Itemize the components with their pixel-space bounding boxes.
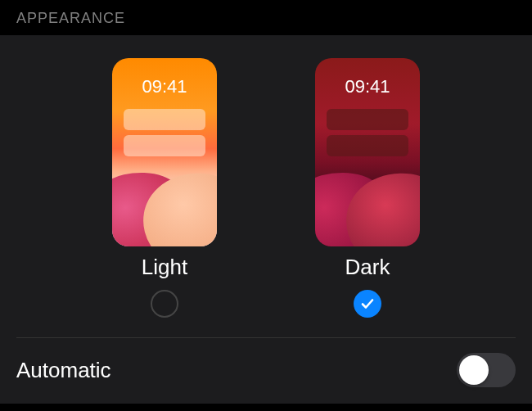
preview-notification: [327, 109, 408, 130]
automatic-label: Automatic: [16, 358, 111, 383]
section-title: APPEARANCE: [16, 10, 125, 26]
radio-light[interactable]: [151, 290, 178, 318]
preview-time: 09:41: [112, 76, 217, 97]
radio-dark[interactable]: [354, 290, 381, 318]
appearance-options: 09:41 Light 09:41 Dark: [0, 35, 532, 337]
preview-time: 09:41: [315, 76, 420, 97]
light-preview: 09:41: [112, 58, 217, 246]
preview-notification: [124, 109, 205, 130]
section-header: APPEARANCE: [0, 0, 532, 35]
automatic-toggle[interactable]: [457, 353, 516, 387]
appearance-panel: 09:41 Light 09:41 Dark: [0, 35, 532, 404]
checkmark-icon: [360, 296, 375, 311]
dark-preview: 09:41: [315, 58, 420, 246]
preview-notification: [327, 135, 408, 156]
appearance-option-light[interactable]: 09:41 Light: [112, 58, 217, 318]
toggle-knob: [459, 355, 489, 385]
appearance-option-dark[interactable]: 09:41 Dark: [315, 58, 420, 318]
automatic-row: Automatic: [0, 338, 532, 404]
option-label: Dark: [345, 255, 390, 280]
preview-notification: [124, 135, 205, 156]
option-label: Light: [142, 255, 187, 280]
